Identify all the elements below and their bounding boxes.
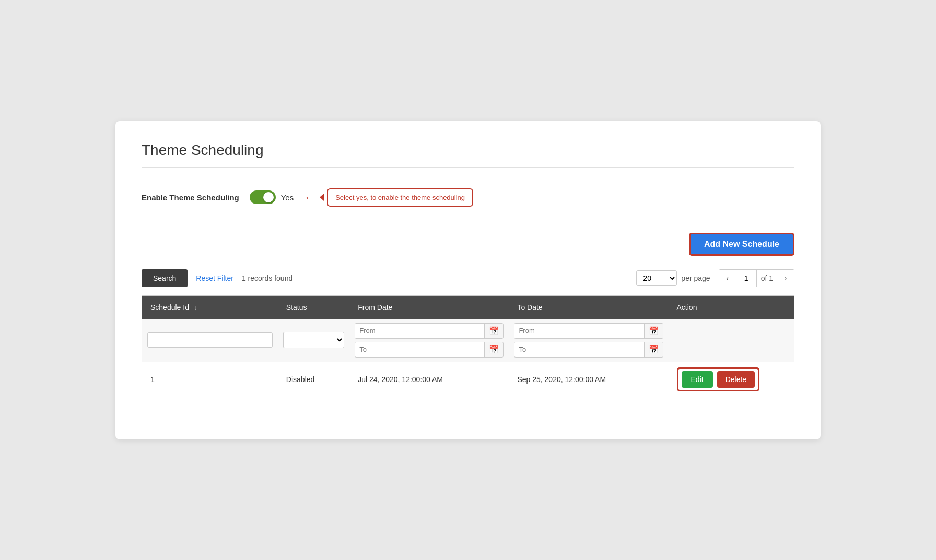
tooltip-text: Select yes, to enable the theme scheduli… [335,194,465,201]
calendar-icon-2: 📅 [484,342,503,357]
from-date-to-input[interactable] [355,342,484,356]
page-title: Theme Scheduling [142,142,794,159]
prev-page-button[interactable]: ‹ [719,270,736,287]
calendar-icon-1: 📅 [484,324,503,338]
filter-schedule-id-cell [142,319,278,362]
filter-status-cell: Enabled Disabled [278,319,349,362]
col-action: Action [669,295,794,319]
toolbar: Add New Schedule [142,233,794,261]
from-date-from-wrap[interactable]: 📅 [355,323,504,339]
enable-theme-scheduling-row: Enable Theme Scheduling Yes ← Select yes… [142,183,794,212]
filter-status-dropdown[interactable]: Enabled Disabled [283,332,344,348]
col-to-date: To Date [509,295,668,319]
search-toolbar: Search Reset Filter 1 records found 20 5… [142,269,794,287]
pagination: ‹ of 1 › [719,269,794,287]
filter-from-date-cell: 📅 📅 [349,319,509,362]
per-page-dropdown[interactable]: 20 50 100 [636,270,677,286]
left-arrow-icon: ← [304,192,314,204]
enable-label: Enable Theme Scheduling [142,193,239,202]
edit-button[interactable]: Edit [682,371,713,388]
col-from-date: From Date [349,295,509,319]
next-page-button[interactable]: › [777,270,794,287]
page-number-input[interactable] [736,270,757,287]
filter-to-date-cell: 📅 📅 [509,319,668,362]
filter-action-cell [669,319,794,362]
add-new-schedule-button[interactable]: Add New Schedule [689,233,794,256]
calendar-icon-4: 📅 [644,342,663,357]
toolbar-right: 20 50 100 per page ‹ of 1 › [636,269,794,287]
cell-action: Edit Delete [669,362,794,397]
reset-filter-link[interactable]: Reset Filter [196,274,233,282]
tooltip-box: Select yes, to enable the theme scheduli… [327,188,473,207]
cell-status: Disabled [278,362,349,397]
toggle-thumb [263,192,274,202]
filter-schedule-id-input[interactable] [147,332,273,348]
cell-to-date: Sep 25, 2020, 12:00:00 AM [509,362,668,397]
cell-schedule-id: 1 [142,362,278,397]
filter-row: Enabled Disabled 📅 📅 [142,319,794,362]
table-row: 1 Disabled Jul 24, 2020, 12:00:00 AM Sep… [142,362,794,397]
cell-from-date: Jul 24, 2020, 12:00:00 AM [349,362,509,397]
col-schedule-id[interactable]: Schedule Id ↓ [142,295,278,319]
from-date-from-input[interactable] [355,324,484,338]
search-button[interactable]: Search [142,269,188,287]
yes-label: Yes [281,193,294,202]
page-of-label: of 1 [757,274,777,282]
title-divider [142,167,794,168]
to-date-to-input[interactable] [514,342,644,356]
from-date-to-wrap[interactable]: 📅 [355,342,504,358]
table-header-row: Schedule Id ↓ Status From Date To Date A… [142,295,794,319]
calendar-icon-3: 📅 [644,324,663,338]
from-date-filter-group: 📅 📅 [355,323,504,358]
delete-button[interactable]: Delete [717,371,755,388]
toggle-track [250,190,276,204]
per-page-select[interactable]: 20 50 100 per page [636,270,710,286]
toggle-switch[interactable] [250,190,276,204]
to-date-from-input[interactable] [514,324,644,338]
to-date-to-wrap[interactable]: 📅 [514,342,663,358]
col-status: Status [278,295,349,319]
records-found: 1 records found [242,274,292,282]
bottom-divider [142,413,794,413]
toggle-wrapper[interactable]: Yes [250,190,294,204]
to-date-from-wrap[interactable]: 📅 [514,323,663,339]
per-page-label: per page [681,274,710,282]
action-container: Edit Delete [677,367,760,391]
toolbar-left: Search Reset Filter 1 records found [142,269,292,287]
to-date-filter-group: 📅 📅 [514,323,663,358]
schedule-table: Schedule Id ↓ Status From Date To Date A… [142,295,794,397]
sort-arrow-icon: ↓ [194,304,197,312]
